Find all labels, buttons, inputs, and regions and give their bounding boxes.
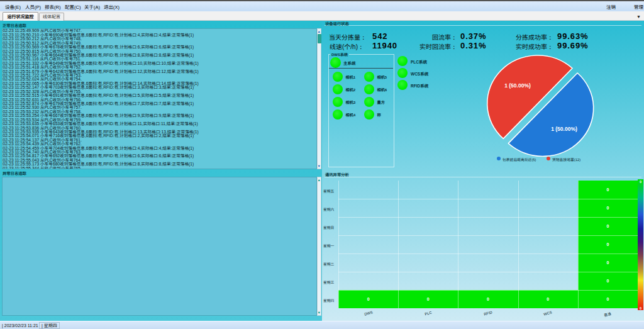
svg-text:1 (50.00%): 1 (50.00%) <box>504 82 531 89</box>
svg-text:1 (50.00%): 1 (50.00%) <box>551 126 577 132</box>
